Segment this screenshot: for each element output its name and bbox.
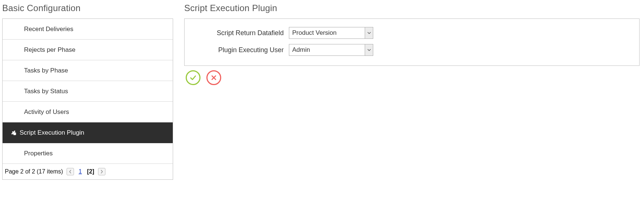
list-item-recent-deliveries[interactable]: Recent Deliveries [3, 19, 173, 40]
select-value: Product Version [289, 27, 365, 38]
list-item-label: Tasks by Phase [24, 67, 68, 74]
form-panel: Script Return Datafield Product Version … [184, 18, 640, 66]
plugin-executing-user-select[interactable]: Admin [289, 44, 373, 56]
list-item-label: Recent Deliveries [24, 26, 73, 33]
pager-summary: Page 2 of 2 (17 items) [5, 168, 63, 175]
script-return-datafield-select[interactable]: Product Version [289, 27, 373, 39]
list-item-script-execution-plugin[interactable]: Script Execution Plugin [3, 122, 173, 143]
placeholder-icon [8, 88, 17, 95]
placeholder-icon [8, 26, 17, 33]
placeholder-icon [8, 47, 17, 53]
pager-prev-button[interactable] [67, 168, 74, 175]
chevron-down-icon [365, 27, 373, 38]
pager: Page 2 of 2 (17 items) 1 [2] [3, 164, 173, 179]
plugin-executing-user-label: Plugin Executing User [193, 46, 289, 54]
select-value: Admin [289, 44, 365, 55]
list-item-label: Rejects per Phase [24, 46, 75, 54]
list-item-properties[interactable]: Properties [3, 143, 173, 164]
left-panel-title: Basic Configuration [2, 3, 173, 13]
close-icon [210, 74, 218, 81]
list-item-rejects-per-phase[interactable]: Rejects per Phase [3, 40, 173, 60]
script-return-datafield-label: Script Return Datafield [193, 29, 289, 37]
list-item-label: Script Execution Plugin [20, 129, 84, 136]
pager-next-button[interactable] [98, 168, 105, 175]
list-item-label: Properties [24, 150, 53, 157]
list-item-activity-of-users[interactable]: Activity of Users [3, 102, 173, 122]
chevron-down-icon [365, 44, 373, 55]
check-icon [189, 74, 197, 82]
placeholder-icon [8, 67, 17, 74]
list-item-tasks-by-phase[interactable]: Tasks by Phase [3, 60, 173, 81]
list-item-label: Tasks by Status [24, 88, 68, 95]
cancel-button[interactable] [206, 70, 221, 85]
right-panel-title: Script Execution Plugin [184, 3, 640, 13]
confirm-button[interactable] [186, 70, 200, 85]
config-list: Recent Deliveries Rejects per Phase Task… [2, 18, 173, 180]
placeholder-icon [8, 150, 17, 157]
placeholder-icon [8, 109, 17, 115]
pager-current-page: [2] [86, 168, 95, 175]
list-item-label: Activity of Users [24, 108, 69, 116]
pager-page-1-link[interactable]: 1 [77, 168, 83, 175]
puzzle-icon [8, 129, 17, 137]
list-item-tasks-by-status[interactable]: Tasks by Status [3, 81, 173, 102]
